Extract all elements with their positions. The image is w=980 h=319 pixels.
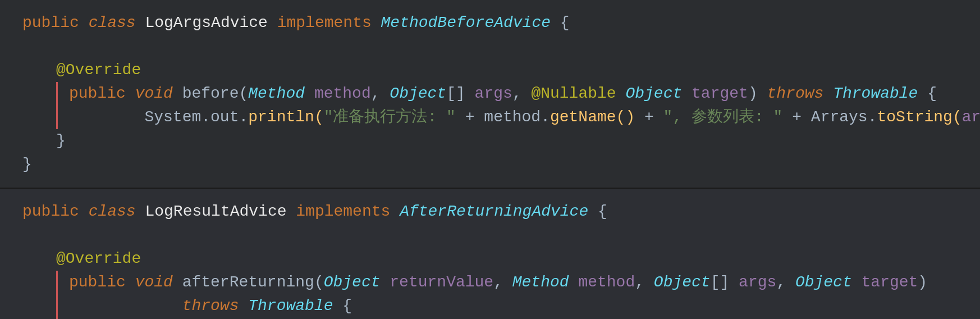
code-token: { <box>588 200 607 224</box>
code-block-1: public class LogArgsAdvice implements Me… <box>0 0 980 189</box>
code-token: Method <box>512 271 579 294</box>
code-line: public void before(Method method, Object… <box>56 82 958 106</box>
code-token: class <box>89 11 145 35</box>
code-token: , <box>371 82 390 106</box>
code-token: void <box>135 271 182 294</box>
code-token: @Override <box>56 247 141 271</box>
code-line: } <box>22 129 958 153</box>
code-token: + <box>635 106 663 129</box>
code-token: "准备执行方法: " <box>324 106 456 129</box>
code-container: public class LogArgsAdvice implements Me… <box>0 0 980 319</box>
code-token: ) <box>748 82 767 106</box>
code-token: public <box>22 11 89 35</box>
code-token: Object <box>654 271 711 294</box>
code-token: target <box>862 271 918 294</box>
code-token: public <box>22 200 89 224</box>
code-token: { <box>918 82 937 106</box>
code-token: ", 参数列表: " <box>663 106 783 129</box>
code-token: args <box>739 271 776 294</box>
code-token: System <box>144 106 201 129</box>
code-token: @Nullable <box>531 82 625 106</box>
code-token: returnValue <box>390 271 493 294</box>
code-token: Throwable <box>833 82 918 106</box>
code-token: afterReturning( <box>182 271 324 294</box>
code-token: AfterReturningAdvice <box>400 200 588 224</box>
code-token: method <box>578 271 635 294</box>
code-line: @Override <box>22 247 958 271</box>
code-line: public class LogArgsAdvice implements Me… <box>22 11 958 35</box>
code-token: Object <box>324 271 390 294</box>
code-token: args <box>962 106 980 129</box>
code-token: [] <box>446 82 474 106</box>
code-token: target <box>692 82 748 106</box>
code-token: public <box>69 82 135 106</box>
code-line: throws Throwable { <box>56 294 958 318</box>
code-line: System.out.println("准备执行方法: " + method.g… <box>56 106 958 129</box>
code-token: } <box>22 153 32 176</box>
code-token: , <box>635 271 654 294</box>
code-token: implements <box>296 200 400 224</box>
code-token: .out. <box>201 106 248 129</box>
code-line: } <box>22 153 958 176</box>
code-token: ) <box>918 271 927 294</box>
code-token: implements <box>277 11 381 35</box>
code-token: LogResultAdvice <box>145 200 296 224</box>
code-token: } <box>56 129 66 153</box>
code-token: Method <box>248 82 314 106</box>
code-token: { <box>551 11 570 35</box>
code-token: Arrays. <box>811 106 877 129</box>
code-token: public <box>69 271 135 294</box>
code-token: throws <box>767 82 834 106</box>
code-token: , <box>493 271 512 294</box>
code-token: Object <box>795 271 862 294</box>
blank-line <box>22 224 958 247</box>
code-token: before( <box>182 82 249 106</box>
code-token: Object <box>625 82 692 106</box>
code-line: @Override <box>22 58 958 82</box>
code-token: LogArgsAdvice <box>145 11 277 35</box>
code-token: println( <box>248 106 323 129</box>
blank-line <box>22 35 958 58</box>
code-token: args <box>475 82 512 106</box>
code-token: MethodBeforeAdvice <box>381 11 551 35</box>
code-token: + <box>456 106 484 129</box>
code-token: method. <box>484 106 550 129</box>
code-token: , <box>512 82 532 106</box>
code-token: class <box>89 200 145 224</box>
code-token: + <box>782 106 810 129</box>
code-token: throws <box>182 294 249 318</box>
code-line: public class LogResultAdvice implements … <box>22 200 958 224</box>
code-block-2: public class LogResultAdvice implements … <box>0 189 980 319</box>
code-token: getName() <box>550 106 635 129</box>
code-token: , <box>776 271 795 294</box>
code-token: [] <box>711 271 739 294</box>
code-line: public void afterReturning(Object return… <box>56 271 958 294</box>
code-token: { <box>333 294 352 318</box>
code-token: toString( <box>877 106 961 129</box>
code-token: Object <box>390 82 446 106</box>
code-token: @Override <box>56 58 141 82</box>
code-token: Throwable <box>248 294 333 318</box>
code-token: void <box>135 82 182 106</box>
code-token: method <box>314 82 371 106</box>
